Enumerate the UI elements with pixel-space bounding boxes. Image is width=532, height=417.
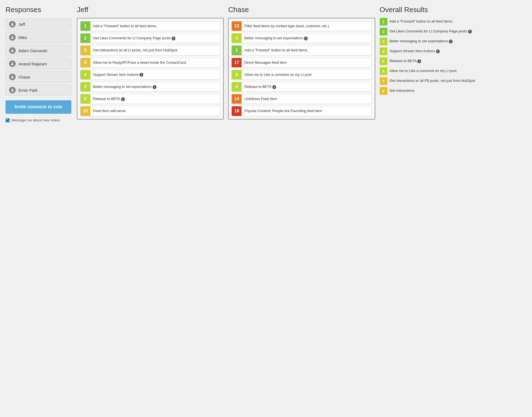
list-item: 6 Allow me to Like a comment on my LI po… [231, 70, 372, 80]
rank-badge: 1 [232, 46, 242, 55]
voter-list: Jeff Mike Adam Darowski Anand Rajaram Ch… [5, 18, 71, 96]
item-text: Get interactions w/ all LI posts, not ju… [90, 46, 220, 55]
info-icon[interactable]: i [304, 37, 308, 40]
voter-name: Mike [18, 35, 27, 40]
voter-name: Anand Rajaram [18, 62, 47, 66]
voter-avatar [9, 87, 16, 93]
list-item: 3 Better messaging to set expectaitons i [231, 33, 372, 43]
rank-badge: 8 [80, 46, 90, 55]
overall-item: 4 Support Stream Item Actions i [380, 48, 527, 55]
item-text: Unfollows Feed Item [242, 94, 371, 104]
overall-rank-badge: 4 [380, 48, 387, 55]
list-item: 13 Filter feed items by contact type (le… [231, 21, 372, 31]
info-icon[interactable]: i [172, 37, 175, 40]
item-text: Allow me to Like a comment on my LI post [242, 70, 371, 79]
notify-row: Message me about new voters [5, 118, 71, 123]
overall-rank-badge: 1 [380, 18, 387, 26]
columns: Jeff 1 Add a "Forward" button to all fee… [77, 5, 527, 412]
rank-badge: 5 [232, 82, 242, 91]
item-text: Support Stream Item Actions i [90, 70, 220, 79]
overall-item: 7 Get interactions w/ all FB posts, not … [380, 77, 527, 85]
overall-item: 6 Allow me to Like a comment on my LI po… [380, 67, 527, 75]
rank-badge: 10 [80, 106, 90, 116]
svg-point-1 [12, 36, 13, 37]
item-text: Popular Content: People Are Favoriting f… [242, 106, 371, 116]
overall-item-text: Support Stream Item Actions i [390, 48, 440, 54]
voter-item[interactable]: Mike [5, 32, 71, 43]
overall-column: Overall Results 1 Add a "Forward" button… [380, 5, 527, 412]
rank-badge: 3 [232, 34, 242, 43]
svg-point-0 [12, 23, 13, 24]
notify-label: Message me about new voters [12, 118, 60, 122]
rank-badge: 18 [232, 106, 242, 116]
info-icon[interactable]: i [468, 30, 472, 34]
svg-point-2 [12, 49, 13, 51]
overall-rank-badge: 3 [380, 38, 387, 45]
item-text: Add a "Forward" button to all feed items… [242, 46, 371, 55]
voter-avatar [9, 60, 16, 67]
overall-rank-badge: 5 [380, 57, 387, 65]
svg-point-3 [12, 62, 13, 64]
voter-item[interactable]: Jeff [5, 18, 71, 30]
voter-avatar [9, 34, 16, 41]
overall-rank-badge: 7 [380, 77, 387, 85]
list-item: 2 Get Likes Comments for LI Company Page… [80, 33, 220, 43]
list-item: 5 Release to BETA i [231, 82, 372, 92]
jeff-column: Jeff 1 Add a "Forward" button to all fee… [77, 5, 224, 412]
overall-item-text: Get interactions [390, 87, 415, 93]
info-icon[interactable]: i [436, 49, 440, 53]
overall-item: 8 Get interactions [380, 87, 527, 95]
item-text: Direct Messages feed item [242, 58, 371, 67]
overall-rank-badge: 6 [380, 67, 387, 75]
rank-badge: 6 [232, 70, 242, 79]
rank-badge: 9 [80, 58, 90, 67]
invite-button[interactable]: Invite someone to vote [5, 100, 71, 114]
list-item: 3 Better messaging to set expectaitons i [80, 82, 220, 92]
list-item: 9 Allow me to Reply/RT/Fave a tweet insi… [80, 58, 220, 68]
svg-point-5 [12, 89, 13, 90]
rank-badge: 14 [232, 94, 242, 104]
item-text: Get Likes Comments for LI Company Page p… [90, 34, 220, 43]
voter-item[interactable]: Adam Darowski [5, 45, 71, 56]
voter-item[interactable]: Ernie Park [5, 84, 71, 96]
info-icon[interactable]: i [417, 59, 421, 63]
overall-list: 1 Add a "Forward" button to all feed ite… [380, 18, 527, 95]
voter-name: Jeff [18, 22, 25, 27]
rank-badge: 2 [80, 34, 90, 43]
overall-rank-badge: 8 [380, 87, 387, 95]
rank-badge: 3 [80, 82, 90, 91]
overall-item-text: Better messaging to set expectaitons i [390, 38, 453, 44]
item-text: Better messaging to set expectaitons i [90, 82, 220, 91]
rank-badge: 1 [80, 21, 90, 31]
jeff-list: 1 Add a "Forward" button to all feed ite… [77, 18, 224, 119]
notify-checkbox[interactable] [5, 118, 10, 123]
item-text: Feed Item self-serve [90, 106, 220, 116]
info-icon[interactable]: i [272, 85, 276, 89]
rank-badge: 5 [80, 94, 90, 104]
chase-title: Chase [228, 5, 375, 14]
rank-badge: 13 [232, 21, 242, 31]
voter-avatar [9, 74, 16, 80]
overall-item: 3 Better messaging to set expectaitons i [380, 38, 527, 45]
list-item: 4 Support Stream Item Actions i [80, 70, 220, 80]
voter-name: Adam Darowski [18, 48, 47, 53]
info-icon[interactable]: i [449, 40, 453, 43]
svg-point-4 [12, 76, 13, 77]
list-item: 8 Get interactions w/ all LI posts, not … [80, 45, 220, 55]
info-icon[interactable]: i [139, 73, 143, 77]
chase-list: 13 Filter feed items by contact type (le… [228, 18, 375, 119]
rank-badge: 4 [80, 70, 90, 79]
overall-item-text: Add a "Forward" button to all feed items… [390, 18, 453, 24]
list-item: 14 Unfollows Feed Item [231, 94, 372, 104]
item-text: Release to BETA i [242, 82, 371, 91]
list-item: 1 Add a "Forward" button to all feed ite… [231, 45, 372, 55]
voter-name: Ernie Park [18, 88, 38, 93]
info-icon[interactable]: i [121, 97, 125, 101]
overall-rank-badge: 2 [380, 28, 387, 35]
list-item: 5 Release to BETA i [80, 94, 220, 104]
overall-item: 1 Add a "Forward" button to all feed ite… [380, 18, 527, 26]
info-icon[interactable]: i [153, 85, 156, 89]
voter-item[interactable]: Chase [5, 71, 71, 83]
sidebar-title: Responses [5, 5, 71, 14]
voter-item[interactable]: Anand Rajaram [5, 58, 71, 70]
